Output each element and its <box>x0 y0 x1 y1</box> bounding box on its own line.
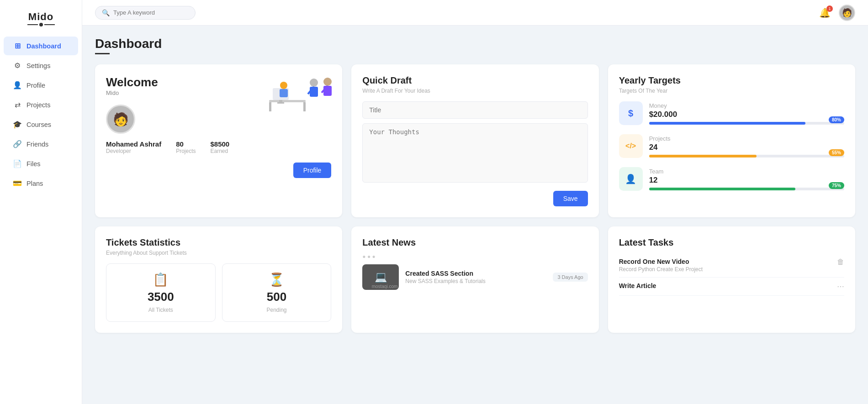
target-team: 👤 Team 12 75% <box>619 167 844 191</box>
sidebar-item-label: Files <box>26 160 41 168</box>
draft-thoughts-input[interactable] <box>362 123 587 183</box>
latest-tasks-card: Latest Tasks Record One New Video Record… <box>608 226 855 333</box>
sidebar-item-settings[interactable]: ⚙ Settings <box>4 56 78 75</box>
sidebar-item-friends[interactable]: 🔗 Friends <box>4 135 78 153</box>
main-grid-row2: Tickets Statistics Everything About Supp… <box>95 226 855 333</box>
task-delete-1[interactable]: ⋯ <box>837 282 844 291</box>
plans-icon: 💳 <box>13 179 22 188</box>
quick-draft-card: Quick Draft Write A Draft For Your Ideas… <box>351 64 598 217</box>
tickets-card: Tickets Statistics Everything About Supp… <box>95 226 342 333</box>
news-badge-0: 3 Days Ago <box>553 273 587 282</box>
news-text: Created SASS Section New SASS Examples &… <box>405 270 485 284</box>
svg-point-8 <box>310 79 318 87</box>
friends-icon: 🔗 <box>13 140 22 148</box>
svg-point-6 <box>280 82 287 89</box>
target-projects: </> Projects 24 55% <box>619 134 844 158</box>
search-input[interactable] <box>113 9 189 16</box>
target-money-row: $ Money $20.000 80% <box>619 101 844 125</box>
logo-decoration <box>27 24 55 26</box>
ticket-pending: ⏳ 500 Pending <box>222 263 332 322</box>
sidebar-item-label: Profile <box>26 82 45 89</box>
task-text-0: Record One New Video Record Python Creat… <box>619 258 703 273</box>
main-grid-row1: Welcome Mido 🧑 Mohamed Ashraf Developer … <box>95 64 855 217</box>
profile-button[interactable]: Profile <box>293 163 332 178</box>
sidebar-item-label: Friends <box>26 141 48 148</box>
sidebar-item-plans[interactable]: 💳 Plans <box>4 174 78 193</box>
task-text-1: Write Article <box>619 282 656 289</box>
user-avatar[interactable]: 🧑 <box>839 5 855 21</box>
sidebar-item-dashboard[interactable]: ⊞ Dashboard <box>4 37 78 55</box>
stat-name-block: Mohamed Ashraf Developer <box>106 140 161 154</box>
task-item-1: Write Article ⋯ <box>619 278 844 296</box>
projects-info: Projects 24 55% <box>649 135 844 157</box>
team-progress-bg: 75% <box>649 188 844 190</box>
money-icon: $ <box>619 101 643 125</box>
sidebar-item-label: Dashboard <box>26 42 61 50</box>
svg-point-11 <box>323 78 332 86</box>
projects-label: Projects <box>176 148 196 154</box>
sidebar-item-label: Plans <box>26 180 43 187</box>
sidebar-nav: ⊞ Dashboard ⚙ Settings 👤 Profile ⇄ Proje… <box>0 36 82 194</box>
search-icon: 🔍 <box>102 9 110 16</box>
sidebar-item-profile[interactable]: 👤 Profile <box>4 76 78 94</box>
task-item-0: Record One New Video Record Python Creat… <box>619 253 844 278</box>
sidebar-item-courses[interactable]: 🎓 Courses <box>4 115 78 134</box>
money-badge: 80% <box>829 116 844 123</box>
main-area: 🔍 🔔 1 🧑 Dashboard <box>82 0 868 404</box>
tickets-subtitle: Everything About Support Tickets <box>106 250 331 256</box>
content-area: Dashboard <box>82 26 868 404</box>
ticket-all-label: All Tickets <box>148 307 173 313</box>
task-delete-0[interactable]: 🗑 <box>837 258 844 266</box>
svg-rect-5 <box>277 102 284 104</box>
team-label: Team <box>649 168 844 175</box>
ticket-all-value: 3500 <box>148 290 174 304</box>
search-box[interactable]: 🔍 <box>95 6 196 20</box>
target-money: $ Money $20.000 80% <box>619 101 844 125</box>
latest-news-card: Latest News ● ● ● mostaqi.com 💻 Created … <box>351 226 598 333</box>
projects-badge: 55% <box>829 149 844 156</box>
ticket-all: 📋 3500 All Tickets <box>106 263 216 322</box>
target-projects-row: </> Projects 24 55% <box>619 134 844 158</box>
sidebar-item-files[interactable]: 📄 Files <box>4 154 78 173</box>
sidebar-item-projects[interactable]: ⇄ Projects <box>4 95 78 114</box>
notification-badge: 1 <box>826 5 833 12</box>
save-button[interactable]: Save <box>553 191 588 206</box>
svg-rect-12 <box>323 86 332 96</box>
settings-icon: ⚙ <box>13 61 22 70</box>
quick-draft-title: Quick Draft <box>362 75 587 86</box>
notification-button[interactable]: 🔔 1 <box>819 7 831 18</box>
task-desc-0: Record Python Create Exe Project <box>619 266 703 273</box>
ticket-pending-icon: ⏳ <box>269 272 285 287</box>
svg-rect-4 <box>279 100 282 102</box>
latest-tasks-title: Latest Tasks <box>619 237 844 248</box>
money-label: Money <box>649 102 844 109</box>
welcome-avatar: 🧑 <box>106 105 135 134</box>
svg-rect-9 <box>310 87 318 97</box>
svg-rect-7 <box>280 89 288 97</box>
profile-icon: 👤 <box>13 81 22 89</box>
welcome-card: Welcome Mido 🧑 Mohamed Ashraf Developer … <box>95 64 342 217</box>
projects-target-value: 24 <box>649 143 844 152</box>
projects-progress-bg: 55% <box>649 155 844 157</box>
team-badge: 75% <box>829 182 844 189</box>
files-icon: 📄 <box>13 159 22 168</box>
app-logo: Mido <box>28 11 53 23</box>
tickets-title: Tickets Statistics <box>106 237 331 248</box>
draft-title-input[interactable] <box>362 101 587 119</box>
money-info: Money $20.000 80% <box>649 102 844 125</box>
team-icon-box: 👤 <box>619 167 643 191</box>
target-team-row: 👤 Team 12 75% <box>619 167 844 191</box>
stat-projects-block: 80 Projects <box>176 140 196 154</box>
projects-icon-box: </> <box>619 134 643 158</box>
sidebar: Mido ⊞ Dashboard ⚙ Settings 👤 Profile ⇄ … <box>0 0 82 404</box>
money-value: $20.000 <box>649 110 844 119</box>
latest-news-title: Latest News <box>362 237 587 248</box>
svg-rect-0 <box>269 100 306 102</box>
ticket-pending-value: 500 <box>267 290 286 304</box>
money-progress-bg: 80% <box>649 122 844 125</box>
earned-label: Earned <box>211 148 230 154</box>
topbar-right: 🔔 1 🧑 <box>819 5 855 21</box>
ticket-pending-label: Pending <box>266 307 286 313</box>
task-name-0: Record One New Video <box>619 258 703 265</box>
projects-progress-fill <box>649 155 757 157</box>
